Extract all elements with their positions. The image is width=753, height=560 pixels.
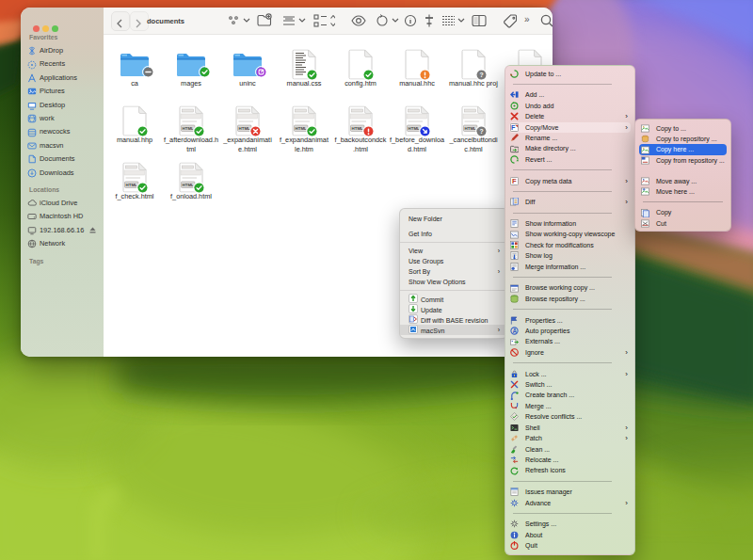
svg-text:F: F [511,123,516,132]
svg-text:A: A [512,328,517,334]
svg-text:F: F [512,177,517,185]
